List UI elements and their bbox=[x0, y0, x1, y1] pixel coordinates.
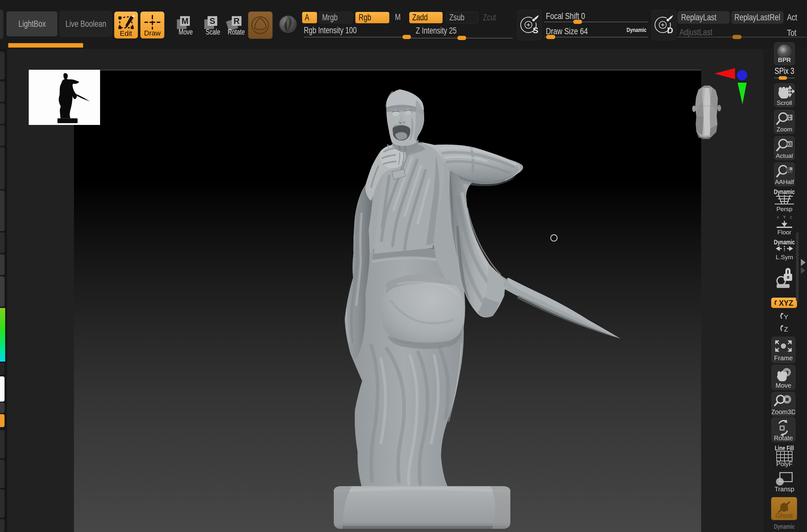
svg-text:x1: x1 bbox=[787, 141, 792, 147]
svg-text:z: z bbox=[790, 215, 792, 220]
svg-text:Y: Y bbox=[784, 313, 788, 321]
svg-text:R: R bbox=[234, 16, 240, 26]
svg-text:Zoom3D: Zoom3D bbox=[772, 408, 795, 416]
svg-text:S: S bbox=[210, 16, 215, 26]
svg-text:AAHalf: AAHalf bbox=[775, 178, 794, 185]
svg-text:BPR: BPR bbox=[778, 57, 791, 63]
svg-text:Transp: Transp bbox=[774, 486, 794, 493]
svg-text:Y: Y bbox=[783, 215, 786, 220]
svg-text:Scroll: Scroll bbox=[777, 99, 792, 106]
svg-text:XYZ: XYZ bbox=[779, 299, 793, 307]
svg-text:D: D bbox=[667, 25, 673, 35]
svg-text:Actual: Actual bbox=[776, 152, 793, 159]
svg-text:L.Sym: L.Sym bbox=[776, 254, 793, 261]
svg-text:Edit: Edit bbox=[120, 30, 132, 37]
svg-text:Zoom: Zoom bbox=[777, 126, 792, 133]
svg-text:PolyF: PolyF bbox=[776, 460, 792, 468]
svg-text:Ghost: Ghost bbox=[775, 512, 793, 519]
svg-text:Z: Z bbox=[784, 325, 788, 333]
svg-text:Frame: Frame bbox=[774, 355, 793, 362]
svg-text:S: S bbox=[533, 25, 538, 35]
svg-text:Draw: Draw bbox=[144, 29, 160, 37]
svg-text:Floor: Floor bbox=[777, 229, 791, 236]
svg-text:Move: Move bbox=[776, 382, 791, 389]
svg-text:Persp: Persp bbox=[776, 206, 792, 212]
svg-text:x: x bbox=[777, 215, 779, 220]
svg-text:Rotate: Rotate bbox=[774, 435, 793, 442]
svg-text:M: M bbox=[181, 16, 189, 26]
